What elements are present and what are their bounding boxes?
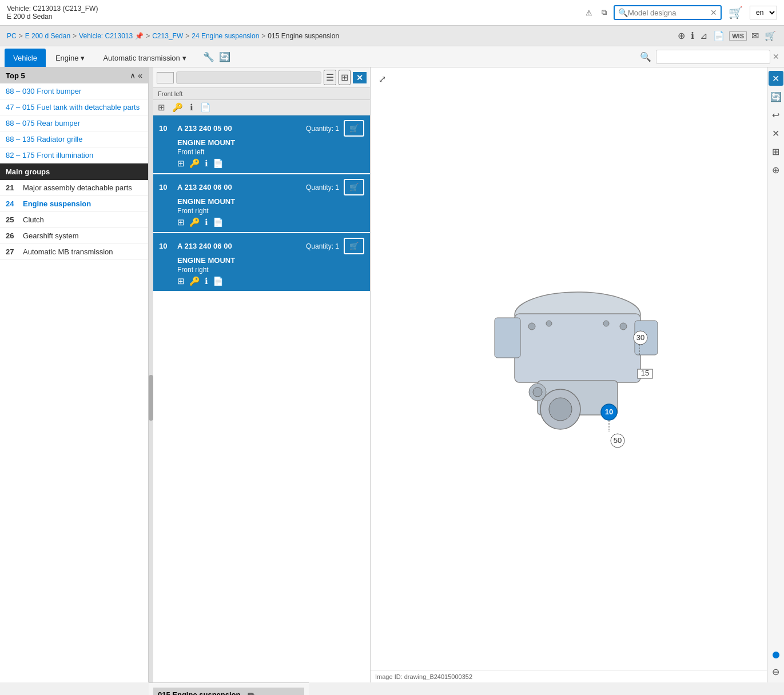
close-img-btn[interactable]: ✕ — [769, 71, 783, 86]
part-info-icon-3[interactable]: ℹ — [205, 276, 208, 286]
list-item[interactable]: 82 – 175 Front illumination — [0, 147, 148, 163]
grid-view-btn[interactable]: ⊞ — [339, 70, 351, 85]
expand-image-btn[interactable]: ⤢ — [374, 71, 390, 87]
list-item[interactable]: 88 – 135 Radiator grille — [0, 131, 148, 147]
layers-btn[interactable]: ⊞ — [769, 144, 783, 159]
part-table-icon-3[interactable]: ⊞ — [177, 276, 185, 286]
crosshair-btn[interactable]: ✕ — [769, 126, 783, 141]
copy-button[interactable]: ⧉ — [599, 6, 609, 19]
part-qty-2: Quantity: 1 — [306, 183, 339, 191]
part-table-icon-1[interactable]: ⊞ — [177, 158, 185, 169]
list-view-btn[interactable]: ☰ — [324, 70, 336, 85]
breadcrumb-e200d[interactable]: E 200 d Sedan — [25, 32, 70, 40]
sidebar-wrapper: Top 5 ∧ « 88 – 030 Front bumper 47 – 015… — [0, 67, 153, 682]
part-position-2: Front right — [177, 207, 364, 215]
part-key-icon-1[interactable]: 🔑 — [189, 158, 200, 169]
part-info-icon-1[interactable]: ℹ — [205, 158, 208, 169]
part-doc-icon-2[interactable]: 📄 — [213, 217, 224, 227]
part-desc-3: ENGINE MOUNT — [177, 256, 364, 265]
breadcrumb: PC > E 200 d Sedan > Vehicle: C213013 📌 … — [0, 26, 784, 46]
wis-btn[interactable]: WIS — [729, 31, 747, 41]
sidebar-item-26[interactable]: 26 Gearshift system — [0, 228, 148, 244]
warning-button[interactable]: ⚠ — [583, 6, 595, 19]
center-color-swatch — [157, 72, 174, 83]
nav-bar: Vehicle Engine ▾ Automatic transmission … — [0, 46, 784, 67]
breadcrumb-eng-susp[interactable]: 24 Engine suspension — [192, 32, 259, 40]
info-btn[interactable]: ℹ — [690, 29, 695, 42]
sidebar-scrollbar-thumb[interactable] — [149, 375, 153, 421]
add-to-cart-btn-3[interactable]: 🛒 — [344, 238, 364, 254]
nav-search: 🔍 ✕ — [638, 49, 779, 65]
search-clear-icon[interactable]: ✕ — [710, 8, 717, 17]
list-item[interactable]: 88 – 030 Front bumper — [0, 83, 148, 99]
document-btn[interactable]: 📄 — [712, 29, 726, 42]
nav-search-btn[interactable]: 🔍 — [638, 49, 654, 65]
parts-list: 10 A 213 240 05 00 Quantity: 1 🛒 ENGINE … — [153, 115, 370, 682]
list-item[interactable]: 47 – 015 Fuel tank with detachable parts — [0, 99, 148, 115]
part-pos-2: 10 — [159, 183, 173, 191]
breadcrumb-c213fw[interactable]: C213_FW — [152, 32, 183, 40]
part-doc-icon-1[interactable]: 📄 — [213, 158, 224, 169]
svg-point-15 — [528, 323, 535, 330]
zoom-in-btn[interactable]: ⊕ — [676, 29, 686, 42]
sidebar-item-21[interactable]: 21 Major assembly detachable parts — [0, 180, 148, 196]
part-item-1: 10 A 213 240 05 00 Quantity: 1 🛒 ENGINE … — [153, 115, 370, 174]
zoom-out-img-btn[interactable]: ⊖ — [769, 664, 783, 679]
cart-header-button[interactable]: 🛒 — [726, 3, 745, 22]
nav-search-clear-icon[interactable]: ✕ — [773, 52, 779, 61]
model-search-input[interactable] — [628, 9, 708, 17]
filter-btn[interactable]: ⊿ — [699, 29, 709, 42]
bottom-section-title: 015 Engine suspension ✏ — [153, 688, 304, 695]
part-pos-1: 10 — [159, 124, 173, 133]
breadcrumb-vehicle[interactable]: Vehicle: C213013 — [79, 32, 133, 40]
top5-expand-btn[interactable]: « — [138, 71, 142, 80]
add-to-cart-btn-2[interactable]: 🛒 — [344, 179, 364, 195]
sidebar-item-27[interactable]: 27 Automatic MB transmission — [0, 244, 148, 260]
svg-point-18 — [603, 321, 609, 326]
sidebar-item-25[interactable]: 25 Clutch — [0, 212, 148, 228]
close-panel-btn[interactable]: ✕ — [353, 72, 367, 83]
part-doc-icon-3[interactable]: 📄 — [213, 276, 224, 286]
part-icons-2: ⊞ 🔑 ℹ 📄 — [177, 217, 364, 227]
nav-search-input[interactable] — [656, 50, 770, 64]
part-desc-2: ENGINE MOUNT — [177, 197, 364, 206]
undo-btn[interactable]: ↩ — [769, 107, 783, 122]
sync-btn[interactable]: 🔄 — [769, 89, 783, 104]
table-icon-btn[interactable]: ⊞ — [158, 102, 165, 113]
blue-dot-indicator — [773, 652, 779, 658]
edit-icon[interactable]: ✏ — [248, 690, 254, 695]
part-info-icon-2[interactable]: ℹ — [205, 217, 208, 227]
part-key-icon-2[interactable]: 🔑 — [189, 217, 200, 227]
mail-btn[interactable]: ✉ — [750, 29, 760, 42]
image-top-left-toolbar: ⤢ — [374, 71, 390, 87]
sidebar-scrollbar[interactable] — [149, 67, 153, 682]
breadcrumb-pc[interactable]: PC — [7, 32, 17, 40]
model-label: E 200 d Sedan — [7, 13, 98, 21]
sidebar-item-24[interactable]: 24 Engine suspension — [0, 196, 148, 212]
header: Vehicle: C213013 (C213_FW) E 200 d Sedan… — [0, 0, 784, 26]
list-item[interactable]: 88 – 075 Rear bumper — [0, 115, 148, 131]
nav-cycle-btn[interactable]: 🔄 — [217, 49, 233, 65]
zoom-in-img-btn[interactable]: ⊕ — [769, 162, 783, 177]
cart-breadcrumb-btn[interactable]: 🛒 — [763, 29, 777, 42]
tab-engine[interactable]: Engine ▾ — [47, 49, 93, 67]
tab-auto-transmission[interactable]: Automatic transmission ▾ — [94, 49, 194, 67]
svg-rect-2 — [495, 318, 520, 358]
language-select[interactable]: en de fr — [750, 6, 777, 19]
part-table-icon-2[interactable]: ⊞ — [177, 217, 185, 227]
info-icon-btn[interactable]: ℹ — [190, 102, 193, 113]
doc-icon-btn[interactable]: 📄 — [200, 102, 211, 113]
key-icon-btn[interactable]: 🔑 — [172, 102, 183, 113]
svg-point-20 — [549, 398, 572, 421]
top5-collapse-btn[interactable]: ∧ — [130, 71, 136, 80]
center-search-input[interactable] — [176, 71, 321, 84]
front-left-label: Front left — [153, 88, 370, 100]
nav-wrench-btn[interactable]: 🔧 — [201, 49, 217, 65]
chevron-down-icon-2: ▾ — [182, 54, 186, 62]
warning-icon: ⚠ — [586, 9, 592, 17]
part-qty-3: Quantity: 1 — [306, 242, 339, 250]
part-code-2: A 213 240 06 00 — [177, 183, 301, 191]
add-to-cart-btn-1[interactable]: 🛒 — [344, 120, 364, 137]
tab-vehicle[interactable]: Vehicle — [5, 49, 46, 67]
part-key-icon-3[interactable]: 🔑 — [189, 276, 200, 286]
